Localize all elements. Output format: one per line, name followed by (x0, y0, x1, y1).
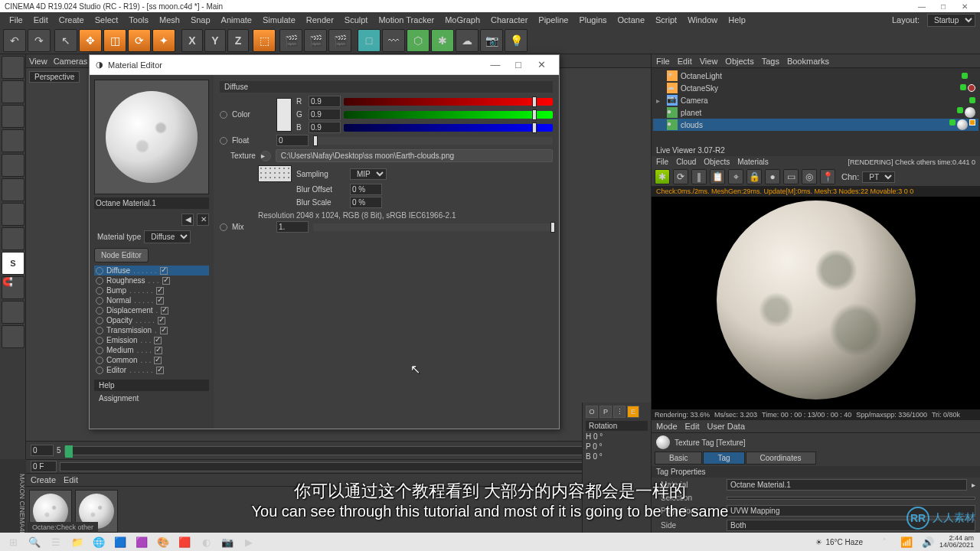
channel-transmission[interactable]: Transmission . (94, 325, 209, 335)
move-tool[interactable]: ✥ (79, 29, 102, 52)
next-material-button[interactable]: ✕ (197, 214, 209, 226)
attr-tab-basic[interactable]: Basic (655, 452, 702, 465)
object-clouds[interactable]: ●clouds (653, 119, 978, 131)
vmenu-view[interactable]: View (29, 57, 47, 66)
lv-region[interactable]: ▭ (783, 169, 799, 184)
tray-wifi[interactable]: 📶 (897, 534, 916, 549)
last-tool[interactable]: ✦ (152, 29, 175, 52)
help-button[interactable]: Help (94, 380, 209, 391)
menu-simulate[interactable]: Simulate (258, 14, 300, 26)
menu-edit[interactable]: Edit (29, 14, 53, 26)
model-mode[interactable] (2, 56, 24, 79)
taskbar-app4[interactable]: 📷 (217, 534, 237, 549)
channel-editor[interactable]: Editor . . . . . . (94, 365, 209, 375)
lv-pause[interactable]: ‖ (691, 169, 707, 184)
environment-tool[interactable]: ☁ (456, 29, 479, 52)
material-type-select[interactable]: Diffuse (144, 230, 191, 243)
rotate-tool[interactable]: ⟳ (128, 29, 151, 52)
viewport-solo[interactable] (2, 227, 24, 250)
attr-tab-tag[interactable]: Tag (703, 452, 744, 465)
obj-menu-bookmarks[interactable]: Bookmarks (787, 57, 829, 66)
taskbar-app3[interactable]: 🟥 (175, 534, 194, 549)
attr-menu-userdata[interactable]: User Data (707, 422, 746, 431)
lv-sphere[interactable]: ● (765, 169, 780, 184)
attr-menu-edit[interactable]: Edit (685, 422, 700, 431)
lv-menu-cloud[interactable]: Cloud (676, 158, 696, 166)
locked-workplane[interactable] (2, 325, 24, 348)
workplane-toggle[interactable] (2, 301, 24, 324)
taskbar-edge[interactable]: 🟦 (110, 534, 130, 549)
x-axis-toggle[interactable]: X (181, 29, 203, 52)
coord-btn-2[interactable]: P (599, 406, 612, 418)
taskview-button[interactable]: ☰ (46, 534, 66, 549)
lv-refresh[interactable]: ⟳ (673, 169, 688, 184)
menu-character[interactable]: Character (486, 14, 532, 26)
menu-tools[interactable]: Tools (124, 14, 153, 26)
taskbar-clock[interactable]: 2:44 am14/06/2021 (939, 535, 977, 549)
menu-window[interactable]: Window (683, 14, 722, 26)
attr-menu-mode[interactable]: Mode (656, 422, 678, 431)
vmenu-cameras[interactable]: Cameras (54, 57, 88, 66)
channel-roughness[interactable]: Roughness . . . (94, 276, 209, 285)
minimize-button[interactable]: — (911, 2, 933, 11)
float-slider[interactable] (313, 137, 553, 145)
lv-menu-objects[interactable]: Objects (704, 158, 730, 166)
obj-menu-edit[interactable]: Edit (678, 57, 692, 66)
channel-common[interactable]: Common . . . (94, 355, 209, 365)
r-slider[interactable] (344, 98, 553, 106)
color-swatch[interactable] (276, 98, 292, 132)
maximize-button[interactable]: □ (933, 2, 954, 11)
lv-octane-icon[interactable]: ✱ (655, 169, 670, 184)
channel-bump[interactable]: Bump . . . . . . (94, 285, 209, 295)
point-mode[interactable] (2, 129, 24, 152)
dialog-minimize[interactable]: — (484, 59, 507, 70)
float-field[interactable] (276, 135, 309, 146)
menu-animate[interactable]: Animate (217, 14, 256, 26)
spline-tool[interactable]: 〰 (382, 29, 405, 52)
material-preview[interactable] (94, 80, 209, 194)
channel-medium[interactable]: Medium . . . . (94, 345, 209, 355)
texture-thumbnail[interactable] (258, 165, 292, 182)
obj-menu-objects[interactable]: Objects (725, 57, 753, 66)
z-axis-toggle[interactable]: Z (227, 29, 249, 52)
channel-displacement[interactable]: Displacement . (94, 305, 209, 315)
coord-p[interactable]: P 0 ° (586, 442, 648, 451)
timeline-start[interactable] (31, 445, 54, 456)
mix-field[interactable] (276, 221, 309, 233)
texture-arrow[interactable]: ▸ (260, 151, 271, 161)
texture-mode[interactable] (2, 80, 24, 103)
obj-menu-file[interactable]: File (656, 57, 670, 66)
menu-octane[interactable]: Octane (613, 14, 649, 26)
coord-btn-4[interactable]: E (627, 406, 639, 418)
generator-tool[interactable]: ⬡ (407, 29, 430, 52)
primitive-cube[interactable]: □ (358, 29, 381, 52)
channel-emission[interactable]: Emission . . . (94, 335, 209, 345)
light-tool[interactable]: 💡 (505, 29, 528, 52)
tray-sound[interactable]: 🔊 (918, 534, 938, 549)
assignment-label[interactable]: Assignment (94, 393, 209, 404)
mix-enable[interactable] (220, 223, 227, 231)
lv-pick[interactable]: ⌖ (728, 169, 743, 184)
menu-render[interactable]: Render (302, 14, 338, 26)
coord-btn-1[interactable]: O (586, 406, 598, 418)
coord-btn-3[interactable]: ⋮ (613, 406, 626, 418)
object-octanesky[interactable]: ☁OctaneSky (653, 82, 978, 94)
lv-lock[interactable]: 🔒 (746, 169, 762, 184)
coord-h[interactable]: H 0 ° (586, 432, 648, 441)
magnet-toggle[interactable]: 🧲 (2, 276, 24, 299)
object-camera[interactable]: ▸📷Camera (653, 94, 978, 106)
coord-system[interactable]: ⬚ (253, 29, 276, 52)
color-enable[interactable] (220, 111, 227, 119)
tray-up[interactable]: ˄ (875, 534, 895, 549)
taskbar-app1[interactable]: 🟪 (132, 534, 152, 549)
close-button[interactable]: ✕ (954, 2, 975, 11)
dialog-maximize[interactable]: □ (507, 59, 530, 70)
taskbar-c4d[interactable]: ◐ (196, 534, 216, 549)
attr-material-field[interactable]: Octane Material.1 (727, 479, 967, 491)
select-tool[interactable]: ↖ (54, 29, 77, 52)
matmgr-edit[interactable]: Edit (64, 475, 78, 484)
menu-mesh[interactable]: Mesh (155, 14, 185, 26)
taskbar-chrome[interactable]: 🌐 (89, 534, 109, 549)
b-slider[interactable] (344, 124, 553, 132)
menu-plugins[interactable]: Plugins (574, 14, 611, 26)
